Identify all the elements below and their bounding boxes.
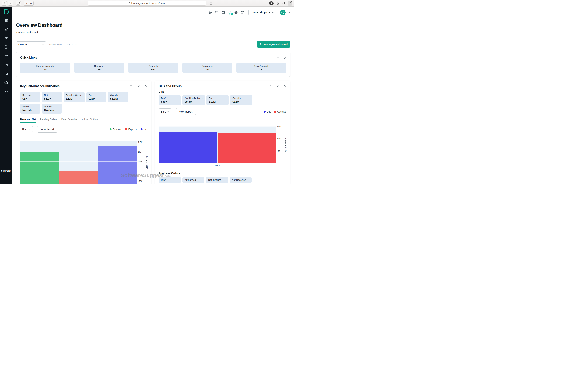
downloads-button[interactable] [269,1,274,5]
bills-tile-awaiting-delivery[interactable]: Awaiting Delivery $8.3M [182,95,205,105]
tab-general-dashboard[interactable]: General Dashboard [16,31,38,36]
bills-chart: 15M 10M 5M 0 Amount, AUD [159,126,286,163]
collapse-chevron-icon[interactable] [138,85,140,87]
kpi-tile-overdue[interactable]: Overdue $1.6M [108,92,128,102]
sidebar-item-production[interactable] [4,54,9,58]
back-button[interactable] [2,1,7,6]
sidebar-item-integrations[interactable] [4,81,9,85]
app-header: 9+ Corner Shop LLC [12,7,294,18]
large-a-label: A [30,2,32,5]
kpi-title: Key Performance Indicators [20,84,60,88]
user-avatar[interactable] [280,10,285,15]
kpi-tile-pending-orders[interactable]: Pending Orders $20M [63,92,85,102]
kpi-tile-label: Overdue [110,94,126,96]
bills-tile-label: Awaiting Delivery [185,97,203,100]
bills-view-report-button[interactable]: View Report [176,108,196,115]
y-tick-label: -500 [138,180,142,182]
sidebar-expand-button[interactable] [5,179,7,181]
kpi-tile-net[interactable]: Net $1.3K [42,92,62,102]
dear-logo[interactable] [3,9,9,15]
quick-link-bank-accounts[interactable]: Bank Accounts 3 [236,63,286,73]
y-tick-label: 1.5K [138,141,143,143]
share-button[interactable] [276,1,279,5]
tab-inflow-outflow[interactable]: Inflow / Outflow [82,118,98,123]
tab-pending-orders[interactable]: Pending Orders [40,118,57,123]
quick-link-chart-of-accounts[interactable]: Chart of accounts 63 [20,63,70,73]
gridline [20,181,137,181]
legend-item-revenue[interactable]: Revenue [110,128,122,131]
money-icon [4,63,8,67]
y-tick-label: 15M [277,125,281,128]
collapse-chevron-icon[interactable] [277,85,279,87]
decrease-text-button[interactable]: A [24,1,29,6]
refresh-icon[interactable] [290,1,293,4]
resize-horizontal-icon[interactable] [130,85,132,87]
po-tile-label: Draft [161,179,179,181]
close-icon[interactable] [284,85,286,87]
sidebar-item-purchases[interactable] [4,36,9,40]
url-text: inventory.dearsystems.com/Home [131,2,166,5]
manage-dashboard-button[interactable]: Manage Dashboard [257,41,290,48]
sidebar-item-reports[interactable] [4,72,9,76]
sidebar-item-dashboard[interactable] [4,18,9,22]
close-icon[interactable] [284,57,286,59]
close-icon[interactable] [145,85,147,87]
y-tick-label: 500 [138,160,142,163]
quick-link-customers[interactable]: Customers 142 [182,63,232,73]
kpi-tile-inflow[interactable]: Inflow No data [20,104,40,114]
kpi-tile-revenue[interactable]: Revenue $1K [20,92,40,102]
user-menu-chevron-icon[interactable] [288,12,290,13]
bills-tile-label: Overdue [232,97,250,100]
bills-tile-draft[interactable]: Draft $38K [159,95,181,105]
theme-button[interactable] [241,10,244,14]
sidebar-item-inventory[interactable] [4,45,9,49]
kpi-tile-outflow[interactable]: Outflow No data [42,104,62,114]
quick-add-button[interactable] [208,10,212,14]
address-bar[interactable]: inventory.dearsystems.com/Home [88,1,206,6]
po-tile-draft[interactable]: Draft [159,177,181,183]
legend-item-due[interactable]: Due [264,110,271,113]
calendar-button[interactable] [221,10,225,14]
po-tile-not-received[interactable]: Not Received [230,177,252,183]
tab-revenue-net[interactable]: Revenue / Net [20,118,36,123]
quick-link-suppliers[interactable]: Suppliers 38 [74,63,124,73]
archive-box-icon [4,54,8,58]
support-link[interactable]: SUPPORT [1,170,11,172]
legend-item-net[interactable]: Net [140,128,147,131]
kpi-chart-type-select[interactable]: Bars [20,126,33,133]
kpi-view-report-button[interactable]: View Report [37,126,57,133]
kpi-chart-plot [20,141,137,184]
bills-tile-due[interactable]: Due $12M [207,95,229,105]
quick-link-products[interactable]: Products 607 [128,63,178,73]
kpi-tile-label: Pending Orders [66,94,82,96]
bills-chart-type-select[interactable]: Bars [159,108,171,115]
po-tile-not-invoiced[interactable]: Not Invoiced [206,177,228,183]
date-range-select[interactable]: Custom [16,42,46,47]
document-icon [4,45,8,49]
collapse-chevron-icon[interactable] [277,57,279,58]
po-tile-authorised[interactable]: Authorised [182,177,204,183]
sidebar-toggle-button[interactable] [16,1,21,6]
legend-label: Due [267,110,271,113]
legend-item-expense[interactable]: Expense [125,128,138,131]
company-selector[interactable]: Corner Shop LLC [249,10,276,15]
bills-y-axis: 15M 10M 5M 0 [277,126,284,163]
quick-link-value: 3 [260,68,262,71]
chevron-down-icon [272,12,274,13]
increase-text-button[interactable]: A [28,1,34,6]
sidebar-item-sales[interactable] [4,27,9,31]
kpi-tile-label: Net [44,94,60,96]
tab-due-overdue[interactable]: Due / Overdue [61,118,77,123]
forward-button[interactable] [8,1,13,6]
sidebar-item-financials[interactable] [4,63,9,67]
sidebar-item-settings[interactable] [4,90,9,94]
bills-tile-overdue[interactable]: Overdue $12M [230,95,252,105]
resize-horizontal-icon[interactable] [268,85,271,87]
messages-button[interactable] [215,10,219,14]
notifications-button[interactable]: 9+ [228,10,232,14]
language-button[interactable] [234,10,238,14]
due-bar [159,133,217,163]
privacy-shield-icon[interactable] [210,2,212,5]
tab-overview-button[interactable] [282,1,285,5]
kpi-tile-due[interactable]: Due $20M [86,92,106,102]
